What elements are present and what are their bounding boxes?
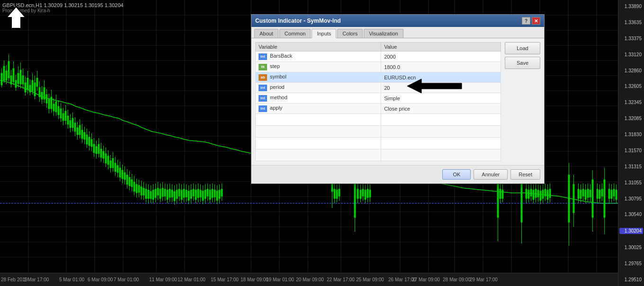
type-icon-str: ab xyxy=(259,74,267,81)
table-row[interactable]: int period 20 xyxy=(256,83,501,93)
close-button[interactable]: ✕ xyxy=(532,17,540,25)
tab-common[interactable]: Common xyxy=(279,29,311,38)
value-cell: 20 xyxy=(381,83,501,93)
price-5: 1.32860 xyxy=(619,68,643,73)
time-label-15: 28 Mar 09:00 xyxy=(443,277,471,282)
indicator-dialog: Custom Indicator - SymMov-Ind ? ✕ About … xyxy=(251,14,545,184)
type-icon-int: int xyxy=(259,53,267,60)
var-name: period xyxy=(270,84,285,90)
table-row-selected[interactable]: ab symbol EURUSD.ecn xyxy=(256,72,501,83)
time-axis: 28 Feb 2019 1 Mar 17:00 5 Mar 01:00 6 Ma… xyxy=(0,273,618,286)
col-header-value: Value xyxy=(381,43,501,52)
tab-about[interactable]: About xyxy=(254,29,278,38)
var-name: method xyxy=(270,95,287,100)
value-cell: EURUSD.ecn xyxy=(381,72,501,83)
price-4: 1.33120 xyxy=(619,52,643,57)
dialog-titlebar: Custom Indicator - SymMov-Ind ? ✕ xyxy=(251,15,544,27)
type-icon-float: flt xyxy=(259,64,267,70)
dialog-title: Custom Indicator - SymMov-Ind xyxy=(255,17,341,24)
variable-cell: int apply xyxy=(256,104,381,114)
time-label-3: 6 Mar 09:00 xyxy=(88,277,113,282)
tab-visualization[interactable]: Visualization xyxy=(364,29,403,38)
col-header-variable: Variable xyxy=(256,43,381,52)
var-name: symbol xyxy=(270,74,286,79)
price-3: 1.33375 xyxy=(619,36,643,41)
dialog-footer: OK Annuler Reset xyxy=(251,165,544,183)
price-10: 1.31570 xyxy=(619,148,643,153)
price-11: 1.31315 xyxy=(619,164,643,169)
time-label-4: 7 Mar 01:00 xyxy=(114,277,139,282)
save-button[interactable]: Save xyxy=(505,57,540,69)
price-scale: 1.33890 1.33635 1.33375 1.33120 1.32860 … xyxy=(618,0,644,286)
price-13: 1.30795 xyxy=(619,196,643,201)
annuler-button[interactable]: Annuler xyxy=(474,169,508,180)
help-button[interactable]: ? xyxy=(522,17,530,25)
type-icon-int4: int xyxy=(259,105,267,112)
value-cell: 1800.0 xyxy=(381,62,501,72)
table-row-empty xyxy=(256,138,501,149)
price-16: 1.29765 xyxy=(619,261,643,266)
load-button[interactable]: Load xyxy=(505,42,540,54)
price-1: 1.33890 xyxy=(619,4,643,9)
price-9: 1.31830 xyxy=(619,132,643,137)
variable-cell: int BarsBack xyxy=(256,52,381,62)
price-14: 1.30540 xyxy=(619,212,643,217)
time-label-5: 11 Mar 09:00 xyxy=(149,277,177,282)
time-label-11: 22 Mar 17:00 xyxy=(327,277,355,282)
price-6: 1.32605 xyxy=(619,84,643,89)
price-15: 1.30025 xyxy=(619,245,643,250)
price-12: 1.31055 xyxy=(619,180,643,185)
table-row-empty xyxy=(256,149,501,161)
value-cell: Close price xyxy=(381,104,501,114)
time-label-8: 18 Mar 09:00 xyxy=(241,277,268,282)
price-17: 1.29510 xyxy=(619,277,643,282)
variable-cell: flt step xyxy=(256,62,381,72)
params-table-wrap: Variable Value int BarsBack 2000 xyxy=(255,42,501,161)
type-icon-int2: int xyxy=(259,85,267,91)
table-row-empty xyxy=(256,126,501,138)
price-badge: 1.30204 xyxy=(619,228,643,234)
variable-cell: int period xyxy=(256,83,381,93)
params-table: Variable Value int BarsBack 2000 xyxy=(255,42,501,161)
table-row[interactable]: int method Simple xyxy=(256,93,501,104)
var-name: apply xyxy=(270,105,282,111)
var-name: step xyxy=(270,63,280,69)
tab-inputs[interactable]: Inputs xyxy=(312,29,336,38)
variable-cell: int method xyxy=(256,93,381,104)
reset-button[interactable]: Reset xyxy=(510,169,540,180)
time-label-1: 1 Mar 17:00 xyxy=(24,277,49,282)
time-label-10: 20 Mar 09:00 xyxy=(296,277,324,282)
table-row[interactable]: int BarsBack 2000 xyxy=(256,52,501,62)
value-cell: 2000 xyxy=(381,52,501,62)
time-label-16: 29 Mar 17:00 xyxy=(470,277,498,282)
time-label-6: 12 Mar 01:00 xyxy=(178,277,206,282)
side-buttons: Load Save xyxy=(505,42,540,161)
type-icon-int3: int xyxy=(259,95,267,102)
price-2: 1.33635 xyxy=(619,20,643,25)
svg-marker-313 xyxy=(7,7,26,28)
tab-colors[interactable]: Colors xyxy=(337,29,363,38)
arrow-up-indicator xyxy=(6,6,27,31)
price-8: 1.32085 xyxy=(619,116,643,121)
ok-button[interactable]: OK xyxy=(442,169,471,180)
value-cell: Simple xyxy=(381,93,501,104)
time-label-9: 19 Mar 01:00 xyxy=(266,277,294,282)
time-label-12: 25 Mar 09:00 xyxy=(356,277,384,282)
time-label-2: 5 Mar 01:00 xyxy=(59,277,84,282)
var-name: BarsBack xyxy=(270,53,292,59)
dialog-controls: ? ✕ xyxy=(522,17,540,25)
variable-cell: ab symbol xyxy=(256,72,381,83)
table-row-empty xyxy=(256,114,501,126)
time-label-7: 15 Mar 17:00 xyxy=(211,277,239,282)
table-row[interactable]: flt step 1800.0 xyxy=(256,62,501,72)
table-row[interactable]: int apply Close price xyxy=(256,104,501,114)
time-label-14: 27 Mar 09:00 xyxy=(412,277,440,282)
dialog-tabs: About Common Inputs Colors Visualization xyxy=(251,27,544,38)
dialog-content: Variable Value int BarsBack 2000 xyxy=(251,38,544,165)
price-7: 1.32345 xyxy=(619,100,643,105)
